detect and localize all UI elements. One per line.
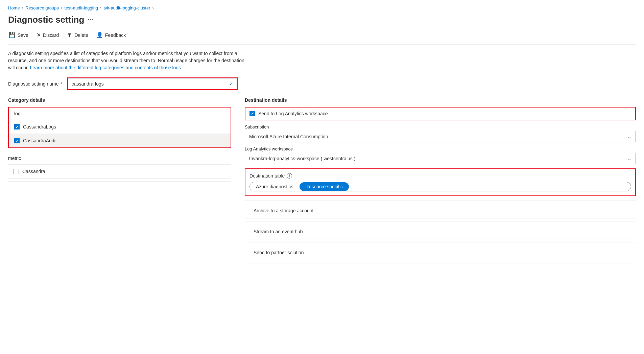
subscription-label: Subscription: [245, 124, 636, 129]
stream-event-hub-label: Stream to an event hub: [254, 229, 303, 234]
subscription-field-group: Subscription Microsoft Azure Internal Co…: [245, 124, 636, 142]
breadcrumb: Home › Resource groups › test-audit-logg…: [8, 5, 636, 10]
partner-solution-row: Send to partner solution: [245, 245, 636, 260]
page-title: Diagnostic setting: [8, 15, 84, 25]
cassandra-audit-row: CassandraAudit: [9, 134, 231, 147]
stream-event-hub-row: Stream to an event hub: [245, 224, 636, 239]
subscription-value: Microsoft Azure Internal Consumption: [249, 134, 328, 139]
subscription-dropdown[interactable]: Microsoft Azure Internal Consumption ⌄: [245, 131, 636, 142]
breadcrumb-tvk-cluster[interactable]: tvk-audit-logging-cluster: [103, 5, 150, 10]
log-category-box: log CassandraLogs CassandraAudit: [8, 107, 231, 148]
partner-solution-checkbox[interactable]: [245, 250, 250, 255]
destination-details-panel: Destination details Send to Log Analytic…: [245, 97, 636, 266]
send-to-log-analytics-label: Send to Log Analytics workspace: [258, 111, 328, 116]
category-details-panel: Category details log CassandraLogs Cassa…: [8, 97, 231, 184]
setting-name-row: Diagnostic setting name * ✓: [8, 78, 636, 89]
destination-table-info-icon[interactable]: i: [287, 173, 292, 179]
learn-more-link[interactable]: Learn more about the different log categ…: [30, 65, 181, 70]
azure-diagnostics-option[interactable]: Azure diagnostics: [250, 182, 300, 191]
category-details-title: Category details: [8, 97, 231, 103]
send-to-log-analytics-row: Send to Log Analytics workspace: [245, 107, 636, 120]
main-content: Category details log CassandraLogs Cassa…: [8, 97, 636, 266]
dest-divider-3: [245, 242, 636, 242]
destination-table-label: Destination table i: [249, 173, 631, 179]
destination-table-options: Azure diagnostics Resource specific: [249, 182, 631, 191]
dest-divider-2: [245, 221, 636, 221]
toolbar: 💾 Save ✕ Discard 🗑 Delete 👤 Feedback: [8, 30, 636, 45]
discard-icon: ✕: [37, 32, 41, 38]
cassandra-audit-label: CassandraAudit: [23, 138, 57, 143]
more-options-icon[interactable]: ···: [88, 16, 93, 24]
log-analytics-workspace-value: thvankra-log-analytics-workspace ( westc…: [249, 156, 355, 161]
save-icon: 💾: [9, 32, 16, 38]
save-button[interactable]: 💾 Save: [8, 30, 29, 40]
dest-divider-4: [245, 263, 636, 263]
feedback-icon: 👤: [96, 32, 103, 38]
dest-divider-1: [245, 200, 636, 200]
breadcrumb-test-audit-logging[interactable]: test-audit-logging: [64, 5, 98, 10]
resource-specific-option[interactable]: Resource specific: [300, 182, 349, 191]
metric-divider: [8, 181, 231, 182]
discard-button[interactable]: ✕ Discard: [36, 30, 59, 40]
page-header: Diagnostic setting ···: [8, 15, 636, 25]
cassandra-audit-checkbox[interactable]: [14, 138, 20, 143]
log-analytics-workspace-dropdown[interactable]: thvankra-log-analytics-workspace ( westc…: [245, 153, 636, 164]
delete-button[interactable]: 🗑 Delete: [66, 31, 89, 40]
metric-section: metric Cassandra: [8, 152, 231, 182]
log-analytics-workspace-field-group: Log Analytics workspace thvankra-log-ana…: [245, 146, 636, 164]
cassandra-logs-label: CassandraLogs: [23, 124, 56, 129]
breadcrumb-home[interactable]: Home: [8, 5, 20, 10]
partner-solution-label: Send to partner solution: [254, 250, 304, 255]
delete-icon: 🗑: [67, 32, 72, 38]
cassandra-metric-row: Cassandra: [8, 165, 231, 179]
description-text: A diagnostic setting specifies a list of…: [8, 50, 245, 71]
log-analytics-workspace-dropdown-arrow: ⌄: [627, 156, 631, 161]
cassandra-metric-checkbox[interactable]: [14, 169, 19, 174]
subscription-dropdown-arrow: ⌄: [627, 134, 631, 139]
setting-name-field[interactable]: ✓: [68, 78, 237, 89]
cassandra-metric-label: Cassandra: [22, 169, 45, 174]
destination-details-title: Destination details: [245, 97, 636, 103]
stream-event-hub-checkbox[interactable]: [245, 229, 250, 234]
archive-storage-label: Archive to a storage account: [254, 208, 313, 213]
validation-check-icon: ✓: [229, 80, 233, 87]
log-group-label: log: [9, 108, 231, 120]
setting-name-input[interactable]: [72, 81, 229, 87]
log-analytics-workspace-label: Log Analytics workspace: [245, 146, 636, 151]
archive-storage-checkbox[interactable]: [245, 208, 250, 213]
destination-table-box: Destination table i Azure diagnostics Re…: [245, 168, 636, 196]
cassandra-logs-checkbox[interactable]: [14, 124, 20, 129]
feedback-button[interactable]: 👤 Feedback: [96, 30, 126, 40]
cassandra-logs-row: CassandraLogs: [9, 120, 231, 134]
breadcrumb-resource-groups[interactable]: Resource groups: [25, 5, 59, 10]
send-to-log-analytics-checkbox[interactable]: [249, 111, 255, 116]
archive-storage-row: Archive to a storage account: [245, 203, 636, 218]
metric-group-label: metric: [8, 152, 231, 165]
setting-name-label: Diagnostic setting name *: [8, 81, 63, 87]
